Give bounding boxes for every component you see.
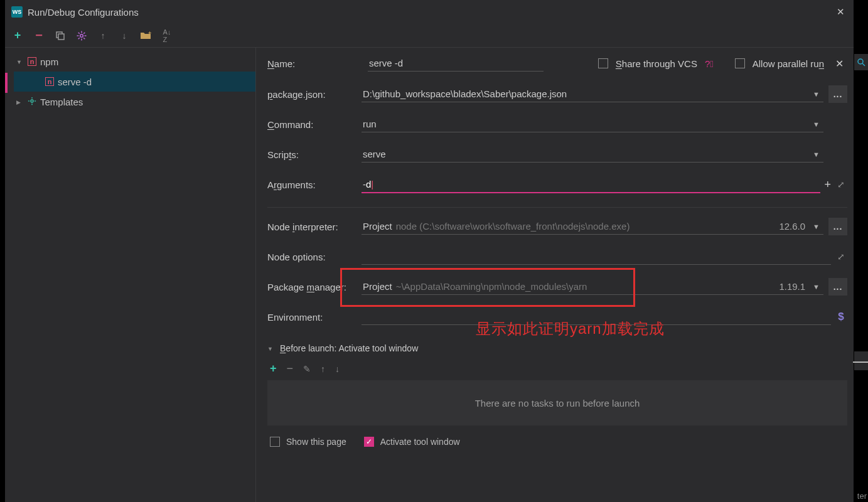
svg-point-2 <box>80 34 83 37</box>
close-form-button[interactable]: ✕ <box>832 58 847 70</box>
scripts-value: serve <box>363 149 386 159</box>
svg-rect-1 <box>58 34 64 40</box>
node-interpreter-field[interactable]: Project node (C:\software\work\software_… <box>362 218 823 235</box>
config-toolbar: + − ↑ ↓ + A↓Z <box>5 24 854 48</box>
share-vcs-label: Share through VCSShare through VCS <box>616 58 697 69</box>
svg-point-17 <box>858 59 863 64</box>
package-json-field[interactable]: D:\github_workspace\bladex\Saber\package… <box>362 86 823 102</box>
task-toolbar: + − ✎ ↑ ↓ <box>267 356 847 380</box>
arguments-input[interactable]: -d| -d <box>362 176 820 193</box>
browse-button[interactable]: ... <box>828 85 847 103</box>
config-tree: n npm n serve -d Templates <box>5 48 256 502</box>
package-manager-prefix: Project <box>363 281 392 292</box>
command-label: Command:Command: <box>267 119 359 130</box>
npm-icon: n <box>45 77 54 86</box>
svg-point-12 <box>31 99 33 102</box>
svg-text:+: + <box>148 31 151 36</box>
minimize-strip-icon[interactable]: — <box>854 351 868 370</box>
copy-config-button[interactable] <box>54 29 67 42</box>
expand-icon[interactable]: ⤢ <box>835 179 847 190</box>
show-page-label: Show this page <box>286 437 346 447</box>
scripts-field[interactable]: serve ▼ <box>362 146 823 163</box>
annotation-text: 显示如此证明yarn加载完成 <box>476 319 665 339</box>
node-interpreter-path: node (C:\software\work\software_front\no… <box>396 221 630 232</box>
name-input[interactable] <box>368 55 544 72</box>
browse-button[interactable]: ... <box>828 278 847 296</box>
dialog-body: + − ↑ ↓ + A↓Z n npm n serve -d <box>5 24 854 502</box>
package-manager-label: Package manager:Package manager: <box>267 282 359 292</box>
parallel-checkbox[interactable] <box>735 58 745 68</box>
svg-line-9 <box>78 38 80 39</box>
sort-button[interactable]: A↓Z <box>161 29 173 42</box>
browse-button[interactable]: ... <box>828 218 847 235</box>
arguments-value: -d| <box>363 179 373 190</box>
add-macro-button[interactable]: + <box>824 178 831 191</box>
dialog-close-button[interactable]: ✕ <box>828 0 854 24</box>
task-add-button[interactable]: + <box>270 362 277 375</box>
dropdown-icon: ▼ <box>810 120 822 128</box>
task-remove-button[interactable]: − <box>287 362 294 375</box>
move-down-button[interactable]: ↓ <box>118 29 131 42</box>
tree-node-serve-d[interactable]: n serve -d <box>14 72 255 92</box>
node-interpreter-prefix: Project <box>363 221 392 232</box>
command-value: run <box>363 119 377 129</box>
scripts-label: Scripts:Scripts: <box>267 149 359 160</box>
arguments-label: Arguments:Arguments: <box>267 179 359 190</box>
show-page-checkbox[interactable] <box>270 437 280 447</box>
settings-button[interactable] <box>75 29 88 42</box>
remove-config-button[interactable]: − <box>33 29 45 42</box>
expand-icon[interactable]: ⤢ <box>835 252 847 262</box>
name-label: NName:ame: <box>267 58 355 69</box>
activate-tool-checkbox[interactable]: ✓ <box>364 437 374 447</box>
divider <box>267 207 847 208</box>
node-options-label: Node options: <box>267 252 359 262</box>
add-config-button[interactable]: + <box>11 29 24 42</box>
svg-line-18 <box>862 63 865 66</box>
package-json-value: D:\github_workspace\bladex\Saber\package… <box>363 88 567 99</box>
tree-node-npm[interactable]: n npm <box>14 51 255 72</box>
task-down-button[interactable]: ↓ <box>335 364 340 374</box>
activate-tool-label: Activate tool window <box>380 437 460 447</box>
package-manager-version: 1.19.1 <box>779 281 805 292</box>
node-interpreter-version: 12.6.0 <box>779 221 805 232</box>
gear-icon <box>28 97 36 107</box>
share-vcs-checkbox[interactable] <box>598 58 608 68</box>
tree-node-templates[interactable]: Templates <box>14 92 255 112</box>
folder-button[interactable]: + <box>139 29 152 42</box>
node-interpreter-label: Node interpreter:Node interpreter: <box>267 222 359 232</box>
command-field[interactable]: run ▼ <box>362 116 823 132</box>
package-manager-field[interactable]: Project ~\AppData\Roaming\npm\node_modul… <box>362 279 823 295</box>
node-options-input[interactable] <box>362 248 831 265</box>
tasks-empty-placeholder: There are no tasks to run before launch <box>267 380 847 425</box>
package-json-label: package.json:package.json: <box>267 89 359 100</box>
chevron-down-icon <box>16 58 24 65</box>
task-edit-button[interactable]: ✎ <box>303 364 311 374</box>
search-strip-icon[interactable] <box>854 54 868 70</box>
chevron-down-icon <box>267 344 275 352</box>
move-up-button[interactable]: ↑ <box>97 29 109 42</box>
parallel-label: Allow parallel runAllow parallel run <box>753 58 824 69</box>
task-up-button[interactable]: ↑ <box>321 364 325 374</box>
tree-label: Templates <box>40 97 83 107</box>
before-launch-header[interactable]: Before launch: Activate tool windowBefor… <box>267 341 847 356</box>
package-manager-path: ~\AppData\Roaming\npm\node_modules\yarn <box>396 281 587 292</box>
svg-line-8 <box>83 38 85 39</box>
dialog-title-bar: WS Run/Debug Configurations ✕ <box>5 0 854 24</box>
dropdown-icon: ▼ <box>810 283 822 291</box>
dropdown-icon: ▼ <box>810 151 822 158</box>
tree-label: serve -d <box>58 77 92 87</box>
environment-label: Environment: <box>267 312 359 323</box>
chevron-right-icon <box>16 98 24 105</box>
dropdown-icon: ▼ <box>810 223 822 230</box>
npm-icon: n <box>28 57 36 66</box>
config-form: NName:ame: Share through VCSShare throug… <box>256 48 854 502</box>
tree-label: npm <box>40 56 58 67</box>
bottom-right-text: ter <box>857 491 867 501</box>
webstorm-icon: WS <box>11 6 23 18</box>
dropdown-icon: ▼ <box>810 90 822 98</box>
svg-line-7 <box>78 32 80 33</box>
dialog-title: Run/Debug Configurations <box>28 7 139 18</box>
selection-indicator <box>5 73 8 93</box>
help-icon[interactable]: ?⃝ <box>705 58 714 69</box>
env-vars-icon[interactable]: $ <box>835 311 847 323</box>
